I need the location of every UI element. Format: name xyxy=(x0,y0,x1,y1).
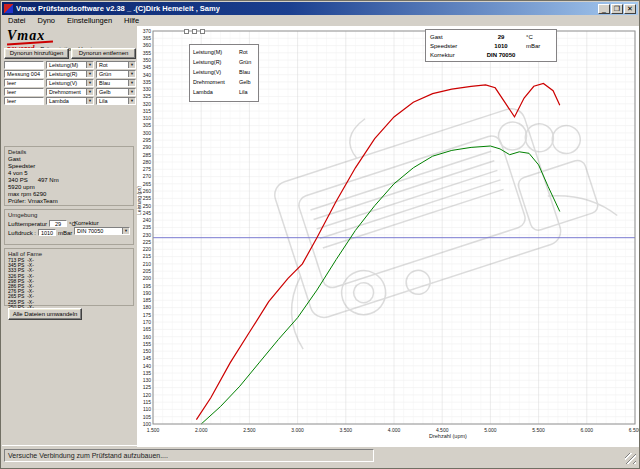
svg-text:225: 225 xyxy=(143,239,152,245)
color-select[interactable]: Lila ▼ xyxy=(96,97,136,105)
svg-text:160: 160 xyxy=(143,334,152,340)
status-message: Versuche Verbindung zum Prüfstand aufzub… xyxy=(4,449,374,462)
svg-text:100: 100 xyxy=(143,421,152,427)
detail-line: 4 von 5 xyxy=(8,170,130,177)
menu-einstellungen[interactable]: Einstellungen xyxy=(61,16,118,25)
color-select[interactable]: Grün ▼ xyxy=(96,70,136,78)
pressure-unit: mBar xyxy=(58,230,72,236)
left-panel: Vmax powered Präsentations Version Dynor… xyxy=(2,26,137,447)
run-row: leer Lambda ▼ Lila ▼ xyxy=(4,97,136,105)
convert-all-button[interactable]: Alle Dateien umwandeln xyxy=(8,308,82,320)
run-name-field[interactable] xyxy=(4,61,44,69)
svg-text:165: 165 xyxy=(143,326,152,332)
chevron-down-icon[interactable]: ▼ xyxy=(128,71,135,77)
menu-hilfe[interactable]: Hilfe xyxy=(118,16,145,25)
chevron-down-icon[interactable]: ▼ xyxy=(86,89,93,95)
svg-text:275: 275 xyxy=(143,166,152,172)
svg-text:5.000: 5.000 xyxy=(484,427,497,433)
run-row: leer Leistung(V) ▼ Blau ▼ xyxy=(4,79,136,87)
details-group: Details Gast Speedster 4 von 5 340 PS 49… xyxy=(4,146,134,206)
pressure-label: Luftdruck : xyxy=(8,230,36,236)
svg-text:155: 155 xyxy=(143,341,152,347)
legend-label: Leistung(V) xyxy=(193,69,221,75)
info-value: 29 xyxy=(476,34,526,40)
chevron-down-icon[interactable]: ▼ xyxy=(122,228,129,234)
svg-text:3.500: 3.500 xyxy=(340,427,353,433)
channel-select[interactable]: Drehmoment ▼ xyxy=(46,88,94,96)
svg-text:245: 245 xyxy=(143,210,152,216)
plot-checkbox[interactable] xyxy=(200,29,205,34)
legend-color-name: Lila xyxy=(239,89,255,95)
svg-text:280: 280 xyxy=(143,159,152,165)
run-row: leer Drehmoment ▼ Gelb ▼ xyxy=(4,88,136,96)
chevron-down-icon[interactable]: ▼ xyxy=(128,98,135,104)
chevron-down-icon[interactable]: ▼ xyxy=(86,80,93,86)
svg-text:310: 310 xyxy=(143,115,152,121)
channel-select[interactable]: Leistung(R) ▼ xyxy=(46,70,94,78)
run-name-field[interactable]: leer xyxy=(4,88,44,96)
chevron-down-icon[interactable]: ▼ xyxy=(86,98,93,104)
svg-text:1.500: 1.500 xyxy=(147,427,160,433)
chevron-down-icon[interactable]: ▼ xyxy=(128,80,135,86)
info-unit: mBar xyxy=(526,43,540,49)
chevron-down-icon[interactable]: ▼ xyxy=(86,62,93,68)
umgebung-title: Umgebung xyxy=(8,212,130,218)
svg-text:290: 290 xyxy=(143,144,152,150)
svg-text:230: 230 xyxy=(143,232,152,238)
chevron-down-icon[interactable]: ▼ xyxy=(86,71,93,77)
dynorun-remove-button[interactable]: Dynorun entfernen xyxy=(71,48,136,59)
chevron-down-icon[interactable]: ▼ xyxy=(128,62,135,68)
korrektur-select[interactable]: DIN 70050 ▼ xyxy=(74,227,130,235)
color-select[interactable]: Blau ▼ xyxy=(96,79,136,87)
svg-text:285: 285 xyxy=(143,152,152,158)
legend-label: Drehmoment xyxy=(193,79,225,85)
plot-checkbox[interactable] xyxy=(184,29,189,34)
svg-text:365: 365 xyxy=(143,35,152,41)
svg-text:205: 205 xyxy=(143,268,152,274)
status-bar: Versuche Verbindung zum Prüfstand aufzub… xyxy=(2,445,638,467)
minimize-button[interactable]: _ xyxy=(598,4,610,14)
title-bar: Vmax Prüfstandsoftware v2.38 _ .(C)Dirk … xyxy=(2,2,638,15)
channel-select[interactable]: Lambda ▼ xyxy=(46,97,94,105)
detail-line: Prüfer: VmaxTeam xyxy=(8,198,130,205)
svg-text:120: 120 xyxy=(143,392,152,398)
svg-text:240: 240 xyxy=(143,217,152,223)
color-select[interactable]: Gelb ▼ xyxy=(96,88,136,96)
detail-line: max rpm 6290 xyxy=(8,191,130,198)
run-row: Messung 004 Leistung(R) ▼ Grün ▼ xyxy=(4,70,136,78)
info-label: Gast xyxy=(430,34,476,40)
run-name-field[interactable]: leer xyxy=(4,97,44,105)
info-value: 1010 xyxy=(476,43,526,49)
korrektur-label: Korrektur xyxy=(74,220,99,226)
close-button[interactable]: ✕ xyxy=(624,4,636,14)
svg-text:295: 295 xyxy=(143,137,152,143)
dynorun-add-button[interactable]: Dynorun hinzufügen xyxy=(4,48,69,59)
info-unit: °C xyxy=(526,34,533,40)
maximize-button[interactable]: ❐ xyxy=(611,4,623,14)
menu-dyno[interactable]: Dyno xyxy=(32,16,62,25)
svg-text:2.500: 2.500 xyxy=(243,427,256,433)
svg-text:5.500: 5.500 xyxy=(532,427,545,433)
svg-text:175: 175 xyxy=(143,312,152,318)
details-title: Details xyxy=(8,149,130,155)
svg-text:185: 185 xyxy=(143,297,152,303)
resize-grip[interactable] xyxy=(625,453,636,464)
svg-text:370: 370 xyxy=(143,28,152,34)
menu-datei[interactable]: Datei xyxy=(2,16,32,25)
hall-of-fame-group: Hall of Fame 713 PS -X- 345 PS -X- 333 P… xyxy=(4,248,134,306)
svg-text:260: 260 xyxy=(143,188,152,194)
legend-label: Leistung(R) xyxy=(193,59,221,65)
chevron-down-icon[interactable]: ▼ xyxy=(128,89,135,95)
svg-text:130: 130 xyxy=(143,377,152,383)
channel-select[interactable]: Leistung(V) ▼ xyxy=(46,79,94,87)
svg-text:340: 340 xyxy=(143,72,152,78)
run-name-field[interactable]: Messung 004 xyxy=(4,70,44,78)
color-select[interactable]: Rot ▼ xyxy=(96,61,136,69)
channel-select[interactable]: Leistung(M) ▼ xyxy=(46,61,94,69)
detail-line: 5920 upm xyxy=(8,184,130,191)
run-name-field[interactable]: leer xyxy=(4,79,44,87)
svg-text:195: 195 xyxy=(143,283,152,289)
run-rows: Leistung(M) ▼ Rot ▼ Messung 004 Leistung… xyxy=(4,61,136,106)
app-icon xyxy=(4,4,13,13)
plot-checkbox[interactable] xyxy=(192,29,197,34)
